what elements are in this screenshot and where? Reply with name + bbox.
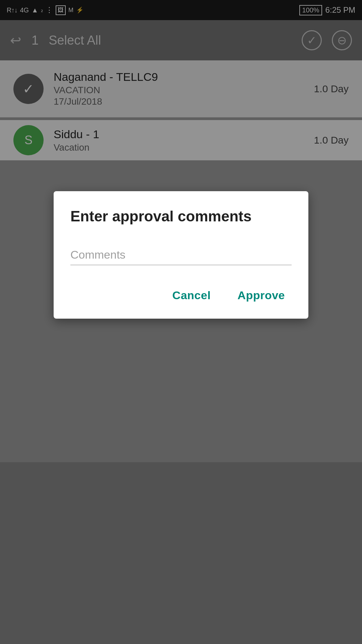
- dialog-actions: Cancel Approve: [70, 285, 292, 305]
- cancel-button[interactable]: Cancel: [166, 285, 218, 305]
- comments-input-wrapper[interactable]: [70, 245, 292, 265]
- comments-input[interactable]: [70, 245, 292, 265]
- approve-button[interactable]: Approve: [231, 285, 292, 305]
- modal-overlay: Enter approval comments Cancel Approve: [0, 0, 362, 644]
- approval-dialog: Enter approval comments Cancel Approve: [54, 191, 308, 319]
- dialog-title: Enter approval comments: [70, 208, 292, 225]
